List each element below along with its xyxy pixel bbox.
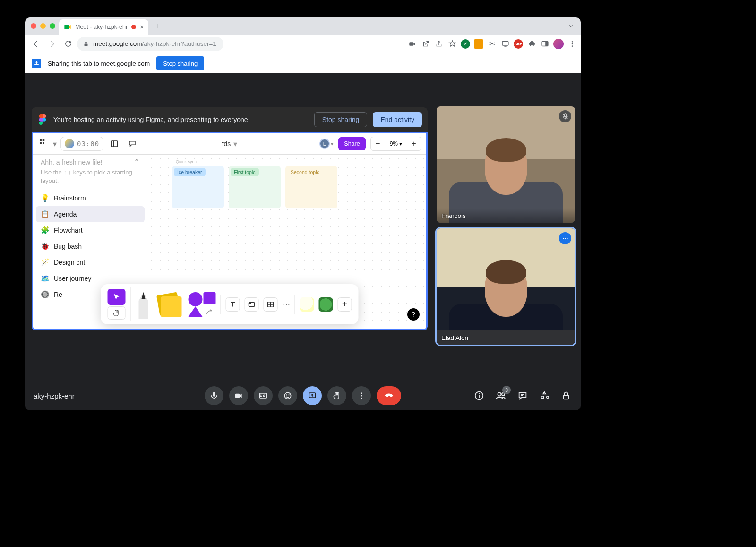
stop-sharing-infobar-button[interactable]: Stop sharing [156, 56, 204, 70]
section-tool-icon[interactable] [245, 297, 259, 312]
template-item[interactable]: 🪄Design crit [36, 254, 145, 270]
zoom-out-button[interactable]: − [371, 137, 385, 151]
sticker-yellow-icon[interactable] [300, 297, 314, 312]
sticker-green-icon[interactable] [319, 297, 333, 312]
sticky-note-tool-icon[interactable] [156, 293, 183, 316]
extensions-puzzle-icon[interactable] [527, 39, 536, 49]
svg-point-34 [498, 393, 501, 396]
zoom-in-button[interactable]: + [407, 137, 421, 151]
new-tab-button[interactable]: + [151, 19, 164, 33]
collaborator-caret-icon[interactable]: ▾ [331, 141, 334, 147]
leave-call-button[interactable] [377, 386, 401, 405]
activities-panel-button[interactable] [538, 390, 550, 402]
template-item[interactable]: 🧩Flowchart [36, 222, 145, 238]
browser-tab[interactable]: Meet - aky-hzpk-ehr × [59, 19, 148, 35]
extension-abp-icon[interactable]: ABP [514, 39, 523, 49]
camera-ext-icon[interactable] [408, 39, 417, 49]
camera-toggle-button[interactable] [229, 386, 248, 405]
side-panel-icon[interactable] [540, 39, 550, 49]
captions-button[interactable] [254, 386, 273, 405]
back-button[interactable] [29, 37, 43, 51]
reactions-button[interactable] [278, 386, 297, 405]
svg-point-9 [43, 118, 46, 121]
address-bar[interactable]: meet.google.com/aky-hzpk-ehr?authuser=1 [77, 37, 223, 51]
figjam-share-button[interactable]: Share [338, 137, 365, 150]
svg-rect-36 [564, 395, 569, 399]
maximize-window-icon[interactable] [50, 23, 55, 29]
open-external-icon[interactable] [421, 39, 430, 49]
chat-panel-button[interactable] [516, 390, 529, 402]
tab-close-icon[interactable]: × [140, 23, 144, 31]
svg-point-30 [361, 398, 362, 399]
agenda-card[interactable]: Ice breaker [172, 166, 224, 208]
template-icon: 🗺️ [41, 274, 49, 283]
template-item[interactable]: 🐞Bug bash [36, 238, 145, 254]
more-options-button[interactable] [352, 386, 371, 405]
people-panel-button[interactable]: 3 [495, 390, 507, 402]
template-label: Agenda [54, 210, 77, 218]
reload-button[interactable] [61, 37, 75, 51]
participant-tile-self[interactable]: Elad Alon [437, 228, 575, 345]
comment-icon[interactable] [125, 137, 139, 151]
host-controls-button[interactable] [560, 390, 572, 402]
svg-point-29 [361, 395, 362, 397]
toolbar-add-button[interactable]: + [338, 297, 352, 312]
select-tool-icon[interactable] [108, 289, 126, 305]
layout-grid-icon[interactable] [107, 137, 121, 151]
extension-scissors-icon[interactable]: ✂︎ [487, 39, 497, 49]
agenda-card[interactable]: Second topic [285, 166, 337, 208]
svg-rect-14 [111, 141, 118, 147]
template-label: Brainstorm [54, 194, 86, 202]
timer-avatar-icon [65, 139, 74, 148]
forward-button[interactable] [45, 37, 59, 51]
svg-point-20 [567, 238, 568, 239]
meeting-details-button[interactable] [473, 390, 485, 402]
stop-sharing-activity-button[interactable]: Stop sharing [314, 112, 368, 127]
raise-hand-button[interactable] [327, 386, 346, 405]
figjam-app: ▾ 03:00 fds ▾ E ▾ [32, 132, 428, 330]
meeting-code: aky-hzpk-ehr [34, 392, 75, 400]
tabs-dropdown-icon[interactable] [565, 23, 577, 29]
svg-rect-21 [213, 392, 215, 397]
bookmark-star-icon[interactable] [447, 39, 457, 49]
doc-name-area[interactable]: fds ▾ [222, 139, 238, 148]
svg-point-25 [286, 394, 287, 395]
tile-options-button[interactable] [559, 232, 571, 244]
extension-orange-icon[interactable] [474, 39, 483, 49]
svg-rect-3 [502, 42, 508, 46]
template-item[interactable]: 📋Agenda [36, 206, 145, 222]
extension-green-icon[interactable] [461, 39, 470, 49]
figjam-topbar: ▾ 03:00 fds ▾ E ▾ [33, 133, 426, 155]
participant-tile[interactable]: Francois [437, 106, 575, 223]
url-text: meet.google.com/aky-hzpk-ehr?authuser=1 [93, 40, 216, 47]
minimize-window-icon[interactable] [40, 23, 46, 29]
present-screen-button[interactable] [303, 386, 322, 405]
mic-toggle-button[interactable] [205, 386, 223, 405]
share-icon[interactable] [434, 39, 444, 49]
toolbar-more-icon[interactable]: ⋯ [283, 300, 290, 309]
svg-rect-16 [249, 302, 251, 304]
tab-title: Meet - aky-hzpk-ehr [75, 24, 128, 30]
profile-avatar-icon[interactable] [553, 39, 564, 49]
timer-pill[interactable]: 03:00 [60, 137, 103, 151]
agenda-card[interactable]: First topic [229, 166, 281, 208]
template-item[interactable]: 💡Brainstorm [36, 190, 145, 206]
marker-tool-icon[interactable] [136, 290, 152, 319]
collaborator-chip[interactable]: E [319, 139, 330, 149]
extension-display-icon[interactable] [500, 39, 510, 49]
hand-tool-icon[interactable] [108, 306, 126, 320]
help-button[interactable]: ? [407, 308, 420, 321]
table-tool-icon[interactable] [264, 297, 278, 312]
zoom-percentage[interactable]: 9%▾ [388, 140, 404, 147]
chrome-menu-icon[interactable] [567, 39, 577, 49]
sidebar-collapse-icon[interactable]: ⌃ [134, 157, 140, 166]
end-activity-button[interactable]: End activity [373, 112, 422, 127]
figjam-toolbar: ⋯ + [101, 284, 359, 324]
sidebar-subtext: Use the ↑ ↓ keys to pick a starting layo… [36, 168, 145, 190]
shapes-tool-icon[interactable] [188, 291, 216, 318]
figjam-menu-icon[interactable] [38, 138, 49, 149]
svg-point-7 [572, 43, 573, 44]
close-window-icon[interactable] [31, 23, 36, 29]
text-tool-icon[interactable] [226, 297, 240, 312]
figjam-menu-caret-icon[interactable]: ▾ [53, 139, 57, 148]
